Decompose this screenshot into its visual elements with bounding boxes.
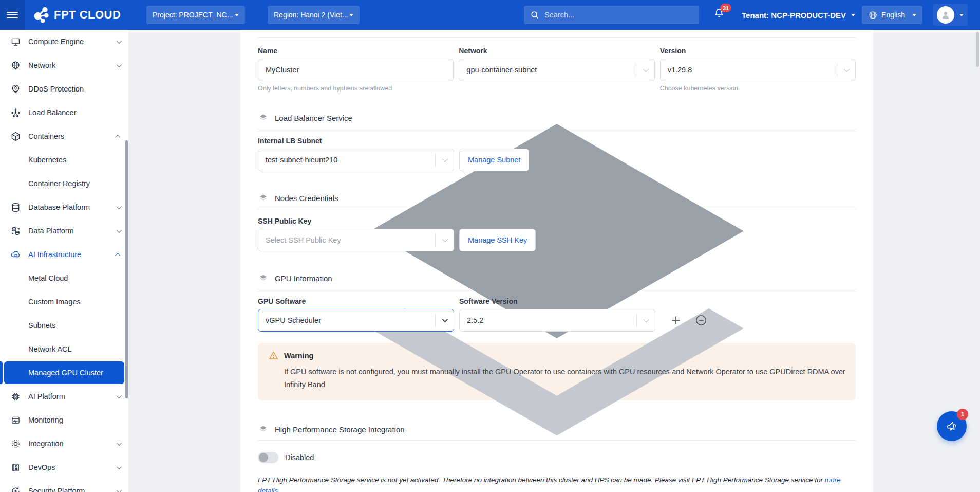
sidebar-item-label: Container Registry xyxy=(28,179,90,188)
hps-toggle-label: Disabled xyxy=(285,453,314,462)
sidebar-scrollbar[interactable] xyxy=(125,140,128,398)
cluster-name-value: MyCluster xyxy=(266,66,299,74)
sidebar-item-label: Monitoring xyxy=(28,416,63,424)
chevron-down-icon xyxy=(644,317,649,322)
warning-icon xyxy=(268,350,279,361)
cluster-name-input[interactable]: MyCluster xyxy=(258,59,454,81)
lb-section-title: Load Balancer Service xyxy=(275,114,352,122)
sidebar-item-ai-platform[interactable]: AI Platform xyxy=(0,385,128,408)
sidebar-item-load-balancer[interactable]: Load Balancer xyxy=(0,101,128,124)
project-label: Project: PROJECT_NC... xyxy=(153,11,233,19)
project-selector[interactable]: Project: PROJECT_NC... xyxy=(146,6,245,24)
megaphone-icon xyxy=(945,419,959,433)
sidebar-item-label: Database Platform xyxy=(28,203,90,211)
integration-icon xyxy=(10,439,21,449)
brand-name: FPT CLOUD xyxy=(54,8,121,22)
add-gpu-software-button[interactable] xyxy=(670,314,682,326)
sidebar-item-monitoring[interactable]: Monitoring xyxy=(0,408,128,432)
sidebar-item-subnets[interactable]: Subnets xyxy=(0,314,128,337)
data-platform-icon xyxy=(10,226,21,236)
sidebar-item-ai-infrastructure[interactable]: AI Infrastructure xyxy=(0,243,128,266)
sidebar-item-integration[interactable]: Integration xyxy=(0,432,128,455)
chevron-down-icon xyxy=(117,488,122,492)
tenant-selector[interactable]: Tenant: NCP-PRODUCT-DEV xyxy=(742,0,855,30)
sidebar-item-label: Subnets xyxy=(28,321,55,330)
sidebar-item-label: Containers xyxy=(28,132,64,140)
sidebar-item-data-platform[interactable]: Data Platform xyxy=(0,219,128,243)
chevron-down-icon xyxy=(442,236,448,242)
sidebar-item-managed-gpu-cluster[interactable]: Managed GPU Cluster xyxy=(4,361,124,384)
monitor-icon xyxy=(10,37,21,47)
select-suffix xyxy=(435,149,454,171)
manage-ssh-key-button[interactable]: Manage SSH Key xyxy=(459,229,536,251)
sidebar-item-custom-images[interactable]: Custom Images xyxy=(0,290,128,314)
announcements-button[interactable]: 1 xyxy=(937,411,967,441)
fpt-logo-icon xyxy=(32,6,49,24)
sidebar-item-compute-engine[interactable]: Compute Engine xyxy=(0,30,128,53)
devops-icon xyxy=(10,462,21,473)
sidebar-item-ddos-protection[interactable]: DDoS Protection xyxy=(0,77,128,101)
sidebar-nav: Compute Engine Network DDoS Protection L… xyxy=(0,30,128,492)
search-input[interactable] xyxy=(544,11,693,19)
sidebar-item-metal-cloud[interactable]: Metal Cloud xyxy=(0,266,128,290)
security-icon xyxy=(10,486,21,492)
cut-section-header xyxy=(258,30,856,35)
ssh-public-key-placeholder: Select SSH Public Key xyxy=(266,236,341,244)
app-root: FPT CLOUD Project: PROJECT_NC... Region:… xyxy=(0,0,980,492)
sidebar-item-network[interactable]: Network xyxy=(0,53,128,77)
software-version-select[interactable]: 2.5.2 xyxy=(459,309,655,332)
sidebar-item-security-platform[interactable]: Security Platform xyxy=(0,479,128,492)
sidebar-item-containers[interactable]: Containers xyxy=(0,124,128,148)
notification-badge: 31 xyxy=(720,4,731,12)
hps-notice-prefix: FPT High Performance Storage service is … xyxy=(258,476,825,484)
create-cluster-form: Name MyCluster Only letters, numbers and… xyxy=(240,30,873,492)
version-select[interactable]: v1.29.8 xyxy=(660,59,856,81)
load-balancer-icon xyxy=(10,107,21,118)
name-field-group: Name MyCluster Only letters, numbers and… xyxy=(258,47,454,92)
sidebar-item-database-platform[interactable]: Database Platform xyxy=(0,195,128,219)
sidebar-item-label: Security Platform xyxy=(28,487,85,492)
sidebar-item-container-registry[interactable]: Container Registry xyxy=(0,172,128,195)
network-select[interactable]: gpu-container-subnet xyxy=(459,59,654,81)
menu-icon[interactable] xyxy=(0,0,25,30)
chevron-down-icon xyxy=(117,393,122,398)
select-suffix xyxy=(435,309,454,331)
layers-icon xyxy=(258,113,269,123)
notifications-button[interactable]: 31 xyxy=(713,7,730,25)
sidebar-item-label: Network ACL xyxy=(28,345,72,353)
chevron-down-icon xyxy=(117,39,122,44)
internal-lb-subnet-select[interactable]: test-subnet-hieunt210 xyxy=(258,149,454,171)
sidebar-item-label: AI Infrastructure xyxy=(28,250,81,259)
cluster-basic-fields: Name MyCluster Only letters, numbers and… xyxy=(258,47,856,92)
sidebar-item-label: DevOps xyxy=(28,463,55,471)
globe-network-icon xyxy=(10,60,21,71)
remove-gpu-software-button[interactable] xyxy=(694,314,708,327)
sidebar-item-kubernetes[interactable]: Kubernetes xyxy=(0,148,128,172)
avatar-icon xyxy=(937,6,954,24)
caret-down-icon xyxy=(349,14,353,16)
account-menu[interactable] xyxy=(933,4,968,26)
manage-subnet-button[interactable]: Manage Subnet xyxy=(459,149,529,171)
chip-icon xyxy=(10,391,21,402)
page-scrollbar[interactable] xyxy=(976,32,979,67)
chevron-down-icon xyxy=(643,66,648,72)
top-header: FPT CLOUD Project: PROJECT_NC... Region:… xyxy=(0,0,980,30)
ssh-public-key-select[interactable]: Select SSH Public Key xyxy=(258,229,454,251)
internal-lb-subnet-value: test-subnet-hieunt210 xyxy=(266,156,337,164)
name-label: Name xyxy=(258,47,454,55)
minus-circle-icon xyxy=(694,314,708,327)
language-selector[interactable]: English xyxy=(862,6,922,24)
chevron-down-icon xyxy=(844,66,850,72)
gpu-software-select[interactable]: vGPU Scheduler xyxy=(258,309,454,332)
plus-icon xyxy=(670,314,682,326)
sidebar-item-network-acl[interactable]: Network ACL xyxy=(0,337,128,361)
announcements-badge: 1 xyxy=(957,409,968,420)
name-helper-text: Only letters, numbers and hyphens are al… xyxy=(258,85,454,92)
region-selector[interactable]: Region: Hanoi 2 (Viet... xyxy=(268,6,360,24)
sidebar-item-devops[interactable]: DevOps xyxy=(0,455,128,479)
sidebar-item-label: DDoS Protection xyxy=(28,85,84,93)
hps-toggle[interactable] xyxy=(258,452,278,463)
gpu-section-title: GPU Information xyxy=(275,274,332,283)
search-icon xyxy=(530,10,539,20)
region-label: Region: Hanoi 2 (Viet... xyxy=(274,11,348,19)
